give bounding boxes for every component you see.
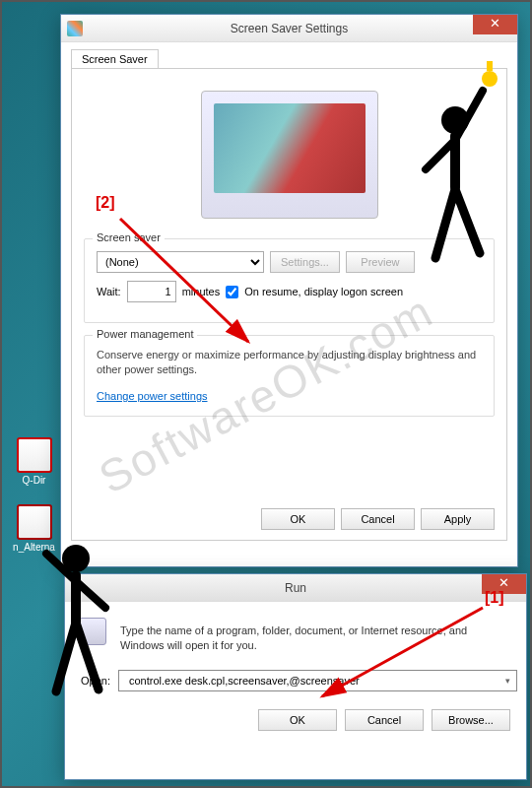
- desktop-icon-qdir[interactable]: Q-Dir: [12, 437, 56, 486]
- tab-body: Screen saver (None) Settings... Preview …: [71, 68, 507, 541]
- run-icon: [79, 618, 106, 645]
- wait-input[interactable]: [127, 281, 176, 302]
- run-buttons: OK Cancel Browse...: [81, 709, 510, 731]
- ok-button[interactable]: OK: [261, 508, 335, 530]
- screensaver-dropdown[interactable]: (None): [97, 251, 264, 273]
- run-window: Run ✕ Type the name of a program, folder…: [64, 573, 527, 780]
- close-button[interactable]: ✕: [482, 574, 526, 594]
- wait-label: Wait:: [97, 286, 121, 297]
- chevron-down-icon[interactable]: ▾: [505, 676, 510, 686]
- titlebar[interactable]: Screen Saver Settings ✕: [61, 15, 517, 42]
- window-title: Run: [285, 581, 306, 595]
- browse-button[interactable]: Browse...: [432, 709, 510, 731]
- group-legend: Screen saver: [93, 231, 165, 243]
- folder-icon: [17, 437, 52, 473]
- minutes-label: minutes: [182, 286, 221, 297]
- apply-button[interactable]: Apply: [421, 508, 495, 530]
- change-power-link[interactable]: Change power settings: [97, 390, 208, 402]
- folder-icon: [17, 504, 52, 540]
- power-text: Conserve energy or maximize performance …: [97, 348, 482, 378]
- cancel-button[interactable]: Cancel: [345, 709, 424, 731]
- run-body: Type the name of a program, folder, docu…: [65, 602, 526, 745]
- titlebar[interactable]: Run ✕: [65, 574, 526, 602]
- group-screensaver: Screen saver (None) Settings... Preview …: [84, 238, 495, 323]
- group-power: Power management Conserve energy or maxi…: [84, 335, 495, 417]
- resume-checkbox[interactable]: [226, 286, 238, 298]
- close-button[interactable]: ✕: [473, 15, 517, 34]
- run-command-input[interactable]: [118, 670, 517, 691]
- cancel-button[interactable]: Cancel: [341, 508, 415, 530]
- desktop-icon-alterna[interactable]: n_Alterna: [12, 504, 56, 553]
- monitor-preview: [201, 91, 378, 219]
- ok-button[interactable]: OK: [258, 709, 337, 731]
- tab-screensaver[interactable]: Screen Saver: [71, 49, 159, 69]
- resume-label: On resume, display logon screen: [244, 286, 403, 297]
- open-label: Open:: [81, 675, 110, 687]
- dialog-buttons: OK Cancel Apply: [261, 508, 495, 530]
- settings-button[interactable]: Settings...: [270, 251, 340, 273]
- group-legend: Power management: [93, 328, 197, 340]
- icon-label: n_Alterna: [12, 542, 56, 553]
- run-description: Type the name of a program, folder, docu…: [120, 624, 510, 654]
- app-icon: [67, 21, 83, 36]
- tab-strip: Screen Saver: [61, 42, 517, 68]
- window-title: Screen Saver Settings: [231, 22, 348, 35]
- preview-button[interactable]: Preview: [346, 251, 415, 273]
- screensaver-settings-window: Screen Saver Settings ✕ Screen Saver Scr…: [60, 14, 518, 567]
- icon-label: Q-Dir: [12, 475, 56, 486]
